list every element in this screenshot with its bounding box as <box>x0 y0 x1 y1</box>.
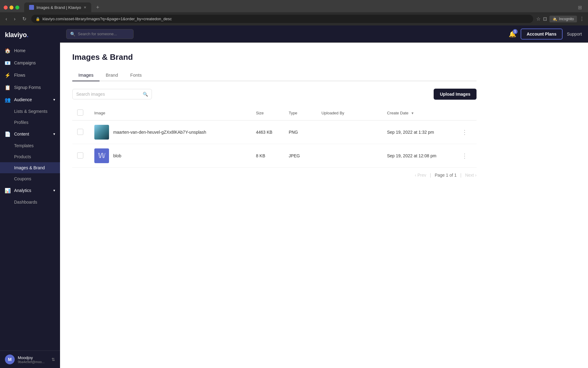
incognito-btn[interactable]: 🕵 Incognito <box>549 16 577 22</box>
bookmark-icon[interactable]: ☆ <box>536 16 541 22</box>
sidebar-logo: klaviyo. <box>0 25 60 44</box>
browser-nav-bar: ‹ › ↻ 🔒 klaviyo.com/asset-library/images… <box>0 12 588 25</box>
sidebar-item-campaigns[interactable]: 📧 Campaigns <box>0 57 60 69</box>
content-area: Images & Brand Images Brand Fonts <box>60 43 489 192</box>
upload-images-button[interactable]: Upload Images <box>434 89 477 100</box>
pagination-separator: | <box>430 173 431 178</box>
flows-icon: ⚡ <box>5 72 10 78</box>
row1-uploaded-by-cell <box>317 121 382 144</box>
row1-thumbnail <box>94 125 109 140</box>
avatar: M <box>5 355 15 364</box>
row1-image-info: maarten-van-den-heuvel-gZXx8lKAb7Y-unspl… <box>94 125 246 140</box>
search-images-box[interactable]: 🔍 <box>72 89 152 99</box>
refresh-btn[interactable]: ↻ <box>21 15 28 23</box>
row2-type-cell: JPEG <box>284 144 317 168</box>
row1-type-cell: PNG <box>284 121 317 144</box>
browser-tab-bar: Images & Brand | Klaviyo ✕ + ⊞ <box>0 0 588 12</box>
sidebar-item-audience-label: Audience <box>14 97 32 102</box>
analytics-chevron-icon: ▾ <box>53 188 55 193</box>
tab-brand[interactable]: Brand <box>100 69 124 81</box>
row2-date-cell: Sep 19, 2022 at 12:08 pm <box>382 144 454 168</box>
footer-chevron-icon: ⇅ <box>51 357 55 362</box>
row1-thumbnail-image <box>94 125 109 140</box>
images-table: Image Size Type Uploaded By <box>72 106 477 168</box>
tab-fonts[interactable]: Fonts <box>124 69 148 81</box>
row2-thumbnail-image: 𝕎 <box>94 148 109 163</box>
top-bar-actions: 🔔 1 Account Plans Support <box>509 29 582 40</box>
column-header-actions <box>454 106 477 121</box>
campaigns-icon: 📧 <box>5 60 10 66</box>
browser-tab-active[interactable]: Images & Brand | Klaviyo ✕ <box>24 2 91 12</box>
footer-info: Moodjoy 9ba4e9ef@moo... <box>18 355 48 364</box>
row2-size-cell: 8 KB <box>251 144 284 168</box>
analytics-icon: 📊 <box>5 188 10 193</box>
top-bar: 🔍 🔔 1 Account Plans Support <box>60 25 588 43</box>
sidebar-item-flows[interactable]: ⚡ Flows <box>0 69 60 81</box>
column-header-create-date[interactable]: Create Date ▼ <box>382 106 454 121</box>
prev-page-btn[interactable]: ‹ Prev <box>415 173 426 178</box>
minimize-window-btn[interactable] <box>9 6 13 10</box>
row1-more-actions-btn[interactable]: ⋮ <box>459 128 470 137</box>
table-header: Image Size Type Uploaded By <box>72 106 477 121</box>
audience-icon: 👥 <box>5 97 10 102</box>
logo-text: klaviyo. <box>5 31 28 39</box>
search-images-icon: 🔍 <box>143 92 148 97</box>
notifications-btn[interactable]: 🔔 1 <box>509 30 516 38</box>
sidebar-item-signup-forms-label: Signup Forms <box>14 85 41 90</box>
sidebar-item-products[interactable]: Products <box>0 151 60 162</box>
row2-more-actions-btn[interactable]: ⋮ <box>459 151 470 160</box>
sidebar-item-content[interactable]: 📄 Content ▾ <box>0 128 60 140</box>
sidebar-item-images-brand-label: Images & Brand <box>14 165 45 170</box>
tab-favicon <box>29 5 34 10</box>
audience-chevron-icon: ▾ <box>53 98 55 102</box>
sidebar-item-coupons[interactable]: Coupons <box>0 173 60 184</box>
new-tab-btn[interactable]: + <box>94 4 102 11</box>
pagination-separator-2: | <box>460 173 462 178</box>
extension-icon[interactable]: ⊡ <box>543 16 547 22</box>
support-button[interactable]: Support <box>567 32 582 36</box>
select-all-checkbox[interactable] <box>77 109 83 116</box>
search-icon: 🔍 <box>70 32 75 36</box>
sidebar-item-audience[interactable]: 👥 Audience ▾ <box>0 94 60 106</box>
sidebar-item-analytics[interactable]: 📊 Analytics ▾ <box>0 184 60 197</box>
tab-title: Images & Brand | Klaviyo <box>36 5 81 10</box>
next-page-btn[interactable]: Next › <box>465 173 477 178</box>
column-header-check <box>72 106 89 121</box>
row2-thumbnail: 𝕎 <box>94 148 109 163</box>
global-search-input[interactable] <box>78 32 130 36</box>
right-panel: 🔍 🔔 1 Account Plans Support Images & Bra… <box>60 25 588 368</box>
back-btn[interactable]: ‹ <box>4 15 9 23</box>
account-plans-button[interactable]: Account Plans <box>521 29 563 40</box>
browser-expand-btn[interactable]: ⊞ <box>578 5 584 10</box>
fullscreen-window-btn[interactable] <box>15 6 19 10</box>
url-text: klaviyo.com/asset-library/images?q=&page… <box>43 17 172 21</box>
avatar-initial: M <box>8 357 12 362</box>
row2-checkbox[interactable] <box>77 152 83 159</box>
tab-images[interactable]: Images <box>72 69 100 81</box>
close-window-btn[interactable] <box>4 6 8 10</box>
table-row: 𝕎 blob 8 KB JPEG Sep 19, 2022 at 12:08 p… <box>72 144 477 168</box>
sidebar-footer[interactable]: M Moodjoy 9ba4e9ef@moo... ⇅ <box>0 351 60 368</box>
sidebar-item-profiles[interactable]: Profiles <box>0 117 60 128</box>
row1-image-name: maarten-van-den-heuvel-gZXx8lKAb7Y-unspl… <box>113 130 206 135</box>
sidebar-item-analytics-label: Analytics <box>14 188 31 193</box>
search-images-input[interactable] <box>76 92 140 97</box>
logo-butterfly-icon: 𝕎 <box>98 152 105 160</box>
row1-image-cell: maarten-van-den-heuvel-gZXx8lKAb7Y-unspl… <box>89 121 251 144</box>
sidebar-item-lists-segments[interactable]: Lists & Segments <box>0 106 60 117</box>
row2-image-name: blob <box>113 153 121 158</box>
global-search-box[interactable]: 🔍 <box>66 29 134 39</box>
address-bar[interactable]: 🔒 klaviyo.com/asset-library/images?q=&pa… <box>31 15 533 23</box>
browser-menu-icon[interactable]: ⋮ <box>579 16 584 22</box>
sidebar-item-signup-forms[interactable]: 📋 Signup Forms <box>0 81 60 94</box>
sidebar-item-templates[interactable]: Templates <box>0 140 60 151</box>
row2-actions-cell: ⋮ <box>454 144 477 168</box>
forward-btn[interactable]: › <box>12 15 17 23</box>
sidebar-item-images-brand[interactable]: Images & Brand <box>0 162 60 173</box>
sidebar-item-dashboards[interactable]: Dashboards <box>0 197 60 208</box>
row1-checkbox[interactable] <box>77 129 83 135</box>
tab-close-btn[interactable]: ✕ <box>84 6 86 10</box>
page-title: Images & Brand <box>72 52 477 62</box>
table-row: maarten-van-den-heuvel-gZXx8lKAb7Y-unspl… <box>72 121 477 144</box>
sidebar-item-home[interactable]: 🏠 Home <box>0 44 60 57</box>
